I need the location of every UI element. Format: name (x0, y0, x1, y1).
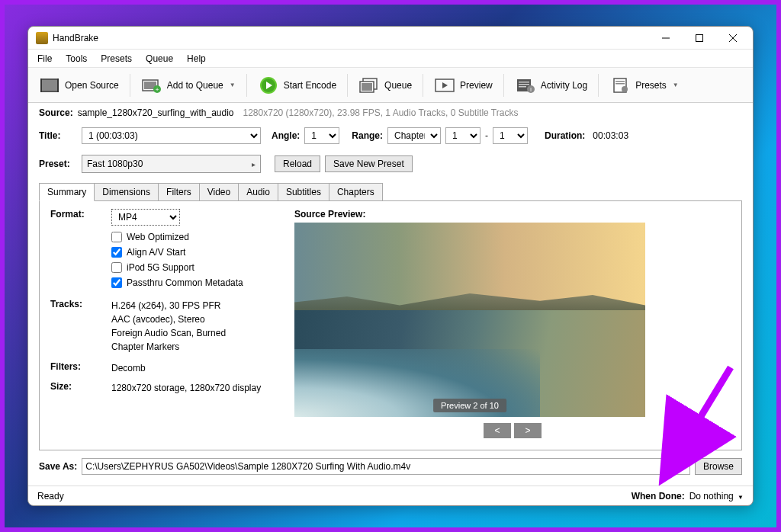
close-icon (729, 34, 737, 42)
menu-file[interactable]: File (31, 51, 58, 66)
tab-panel-summary: Format: MP4 Web Optimized Align A/V Star… (39, 200, 742, 450)
source-label: Source: (39, 107, 73, 118)
tab-chapters[interactable]: Chapters (329, 183, 383, 201)
menu-help[interactable]: Help (181, 51, 212, 66)
track-line: Foreign Audio Scan, Burned (111, 326, 279, 340)
open-source-button[interactable]: Open Source (33, 73, 125, 98)
start-encode-label: Start Encode (284, 80, 336, 91)
tab-summary[interactable]: Summary (39, 183, 95, 201)
add-queue-icon: + (141, 76, 162, 95)
menubar: File Tools Presets Queue Help (28, 50, 753, 68)
tab-filters[interactable]: Filters (158, 183, 200, 201)
save-new-preset-button[interactable]: Save New Preset (325, 155, 413, 172)
minimize-button[interactable] (649, 27, 683, 49)
open-source-label: Open Source (65, 80, 119, 91)
track-line: H.264 (x264), 30 FPS PFR (111, 299, 279, 312)
start-encode-button[interactable]: Start Encode (252, 73, 342, 98)
save-as-row: Save As: Browse (39, 458, 742, 475)
svg-rect-23 (519, 86, 526, 88)
range-type-select[interactable]: Chapters (387, 127, 441, 144)
preset-selector[interactable]: Fast 1080p30 ▸ (82, 155, 261, 173)
chevron-down-icon: ▼ (738, 494, 744, 501)
align-av-checkbox[interactable]: Align A/V Start (111, 245, 279, 259)
activity-log-button[interactable]: i Activity Log (509, 73, 593, 98)
log-icon: i (515, 76, 536, 95)
queue-button[interactable]: Queue (352, 73, 418, 98)
svg-rect-22 (519, 84, 529, 85)
size-label: Size: (50, 381, 111, 395)
preview-caption: Preview 2 of 10 (433, 399, 506, 412)
source-row: Source: sample_1280x720_surfing_with_aud… (39, 107, 742, 118)
title-select[interactable]: 1 (00:03:03) (82, 127, 261, 144)
browse-button[interactable]: Browse (695, 458, 742, 475)
filters-value: Decomb (111, 361, 279, 375)
save-as-input[interactable] (82, 458, 690, 475)
range-sep: - (485, 130, 488, 141)
format-select[interactable]: MP4 (111, 209, 180, 226)
passthru-checkbox[interactable]: Passthru Common Metadata (111, 276, 279, 290)
range-label: Range: (352, 130, 383, 141)
status-text: Ready (37, 491, 64, 502)
play-icon (258, 76, 279, 95)
tab-audio[interactable]: Audio (238, 183, 278, 201)
save-as-label: Save As: (39, 461, 77, 472)
presets-button[interactable]: Presets ▼ (603, 73, 685, 98)
svg-rect-6 (40, 79, 42, 92)
svg-rect-27 (615, 81, 625, 82)
size-value: 1280x720 storage, 1280x720 display (111, 381, 279, 395)
reload-button[interactable]: Reload (275, 155, 320, 172)
duration-label: Duration: (545, 130, 585, 141)
range-to-select[interactable]: 1 (493, 127, 528, 144)
when-done-value[interactable]: Do nothing ▼ (689, 491, 744, 502)
chevron-down-icon: ▼ (230, 82, 236, 88)
tab-dimensions[interactable]: Dimensions (94, 183, 159, 201)
window-title: HandBrake (53, 33, 649, 43)
add-to-queue-button[interactable]: + Add to Queue ▼ (135, 73, 242, 98)
menu-presets[interactable]: Presets (95, 51, 138, 66)
preset-label: Preset: (39, 159, 77, 169)
preview-nav: < > (294, 423, 731, 438)
svg-text:+: + (155, 86, 159, 93)
range-from-select[interactable]: 1 (445, 127, 480, 144)
track-line: AAC (avcodec), Stereo (111, 312, 279, 326)
maximize-button[interactable] (683, 27, 716, 49)
angle-select[interactable]: 1 (304, 127, 339, 144)
svg-rect-21 (519, 82, 529, 83)
activity-log-label: Activity Log (541, 80, 587, 91)
tracks-list: H.264 (x264), 30 FPS PFR AAC (avcodec), … (111, 299, 279, 354)
app-window: HandBrake File Tools Presets Queue Help … (27, 26, 754, 506)
svg-rect-17 (362, 83, 372, 91)
preview-image: Preview 2 of 10 (294, 223, 645, 417)
preview-next-button[interactable]: > (514, 423, 542, 438)
tab-subtitles[interactable]: Subtitles (278, 183, 329, 201)
svg-point-29 (622, 86, 628, 92)
content: Source: sample_1280x720_surfing_with_aud… (28, 103, 753, 486)
svg-rect-28 (615, 83, 625, 85)
angle-label: Angle: (272, 130, 300, 141)
preview-prev-button[interactable]: < (484, 423, 511, 438)
app-icon (36, 32, 48, 44)
close-button[interactable] (716, 27, 750, 49)
film-icon (39, 76, 60, 95)
menu-queue[interactable]: Queue (140, 51, 179, 66)
source-name: sample_1280x720_surfing_with_audio (78, 107, 234, 118)
menu-tools[interactable]: Tools (59, 51, 93, 66)
title-label: Title: (39, 130, 77, 141)
svg-marker-19 (442, 82, 448, 88)
summary-right: Source Preview: Preview 2 of 10 < > (294, 209, 731, 442)
source-details: 1280x720 (1280x720), 23.98 FPS, 1 Audio … (243, 107, 519, 118)
maximize-icon (696, 34, 703, 42)
web-optimized-checkbox[interactable]: Web Optimized (111, 230, 279, 244)
track-line: Chapter Markers (111, 340, 279, 354)
ipod-checkbox[interactable]: iPod 5G Support (111, 261, 279, 274)
filters-label: Filters: (50, 361, 111, 375)
format-label: Format: (50, 209, 111, 291)
chevron-down-icon: ▼ (673, 82, 679, 88)
minimize-icon (662, 34, 670, 42)
tracks-label: Tracks: (50, 299, 111, 354)
preview-button[interactable]: Preview (428, 73, 499, 98)
tab-video[interactable]: Video (199, 183, 239, 201)
preview-label: Preview (460, 80, 493, 91)
summary-left: Format: MP4 Web Optimized Align A/V Star… (50, 209, 279, 442)
duration-value: 00:03:03 (593, 130, 628, 141)
